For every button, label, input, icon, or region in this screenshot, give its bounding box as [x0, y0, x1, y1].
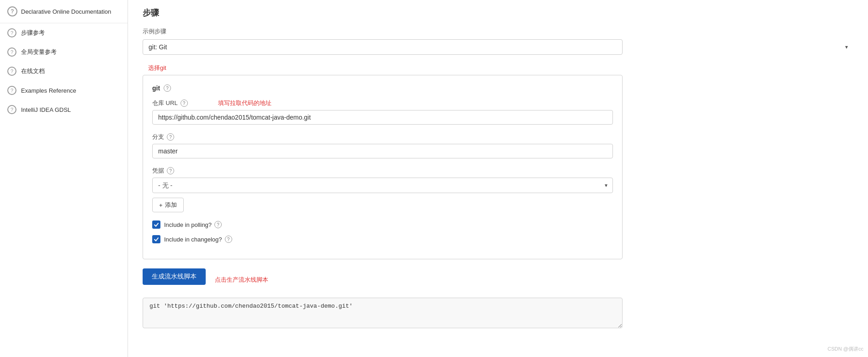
generate-row: 生成流水线脚本 点击生产流水线脚本: [143, 268, 853, 291]
repo-url-help-icon[interactable]: ?: [181, 100, 188, 107]
credentials-help-icon[interactable]: ?: [167, 167, 174, 174]
include-polling-label: Include in polling? ?: [164, 221, 222, 228]
repo-url-label: 仓库 URL ? 填写拉取代码的地址: [152, 99, 613, 107]
sidebar-item-label-online-docs: 在线文档: [21, 67, 45, 75]
include-polling-group: Include in polling? ?: [152, 220, 613, 229]
question-icon-5: ?: [7, 105, 16, 114]
dropdown-chevron-icon: ▾: [845, 44, 848, 50]
page-title: 步骤: [143, 7, 853, 18]
sidebar-item-label-global-vars: 全局变量参考: [21, 48, 57, 56]
sidebar: ? Declarative Online Documentation ? 步骤参…: [0, 0, 128, 357]
include-changelog-checkbox[interactable]: [152, 235, 160, 243]
sidebar-item-examples-ref[interactable]: ? Examples Reference: [0, 81, 128, 100]
credentials-label: 凭据 ?: [152, 167, 613, 175]
main-content: 步骤 示例步骤 git: Git sh: Shell bat: Windows …: [128, 0, 868, 357]
checkmark-icon-1: [154, 222, 159, 227]
add-credentials-button[interactable]: + 添加: [152, 198, 184, 212]
section-label-example-steps: 示例步骤: [143, 27, 853, 36]
git-help-icon[interactable]: ?: [164, 84, 171, 92]
repo-url-field-group: 仓库 URL ? 填写拉取代码的地址: [152, 99, 613, 125]
annotation-select-git: 选择git: [148, 64, 166, 72]
include-polling-checkbox[interactable]: [152, 220, 160, 229]
annotation-generate: 点击生产流水线脚本: [215, 276, 268, 284]
annotation-fill-url: 填写拉取代码的地址: [218, 99, 272, 107]
credentials-dropdown-wrapper: - 无 - ▾: [152, 178, 613, 193]
step-panel: git ? 仓库 URL ? 填写拉取代码的地址 分支 ? 凭据 ?: [143, 75, 623, 259]
sidebar-logo[interactable]: ? Declarative Online Documentation: [0, 0, 128, 23]
logo-icon: ?: [7, 6, 17, 16]
sidebar-item-steps-ref[interactable]: ? 步骤参考: [0, 23, 128, 42]
sidebar-logo-title: Declarative Online Documentation: [21, 8, 111, 15]
step-dropdown-wrapper: git: Git sh: Shell bat: Windows Batch no…: [143, 39, 853, 55]
changelog-help-icon[interactable]: ?: [225, 236, 232, 243]
question-icon-1: ?: [7, 28, 16, 37]
watermark: CSDN @偶讲cc: [828, 346, 863, 352]
code-output-textarea[interactable]: [143, 298, 623, 328]
sidebar-item-online-docs[interactable]: ? 在线文档: [0, 62, 128, 81]
include-changelog-label: Include in changelog? ?: [164, 236, 232, 243]
step-dropdown[interactable]: git: Git sh: Shell bat: Windows Batch no…: [143, 39, 623, 55]
generate-pipeline-button[interactable]: 生成流水线脚本: [143, 268, 206, 285]
add-button-label: 添加: [165, 201, 177, 209]
question-icon-3: ?: [7, 67, 16, 76]
sidebar-item-intellij-gdsl[interactable]: ? IntelliJ IDEA GDSL: [0, 100, 128, 119]
branch-help-icon[interactable]: ?: [167, 133, 174, 141]
branch-input[interactable]: [152, 144, 613, 158]
step-panel-header: git ?: [152, 84, 613, 92]
polling-help-icon[interactable]: ?: [214, 221, 222, 228]
step-panel-title: git: [152, 84, 160, 92]
sidebar-item-global-vars[interactable]: ? 全局变量参考: [0, 42, 128, 62]
question-icon-4: ?: [7, 86, 16, 95]
branch-label: 分支 ?: [152, 133, 613, 141]
repo-url-input[interactable]: [152, 110, 613, 125]
sidebar-item-label-intellij-gdsl: IntelliJ IDEA GDSL: [21, 106, 71, 113]
credentials-dropdown[interactable]: - 无 -: [152, 178, 613, 193]
annotation-row-select-git: 选择git: [143, 64, 853, 72]
include-changelog-group: Include in changelog? ?: [152, 235, 613, 243]
checkmark-icon-2: [154, 236, 159, 242]
sidebar-item-label-steps-ref: 步骤参考: [21, 29, 45, 37]
branch-field-group: 分支 ?: [152, 133, 613, 158]
add-icon: +: [159, 202, 163, 209]
sidebar-item-label-examples-ref: Examples Reference: [21, 87, 76, 94]
credentials-field-group: 凭据 ? - 无 - ▾ + 添加: [152, 167, 613, 212]
question-icon-2: ?: [7, 47, 16, 57]
